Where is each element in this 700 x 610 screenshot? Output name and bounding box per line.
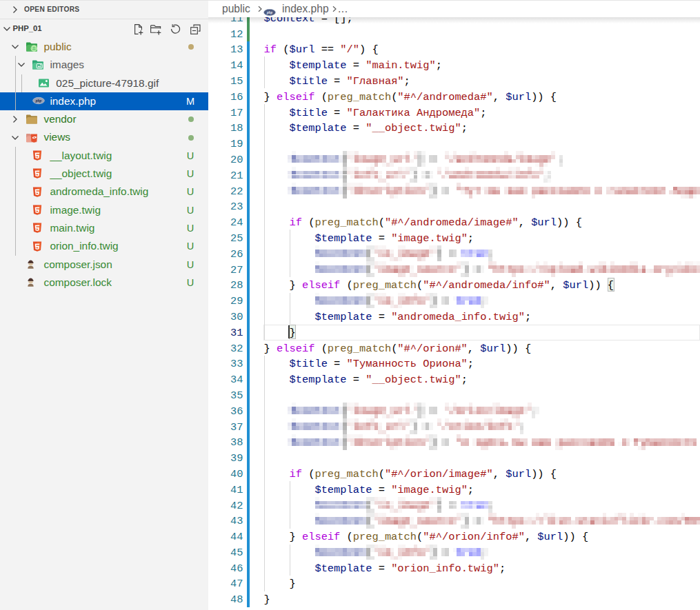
svg-text:php: php <box>266 10 272 14</box>
svg-text:php: php <box>34 99 41 103</box>
